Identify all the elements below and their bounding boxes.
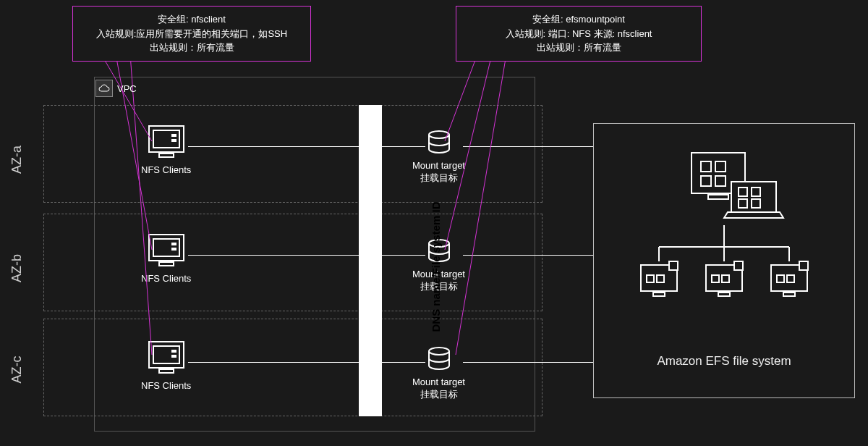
- callout-line: 出站规则：所有流量: [85, 41, 299, 55]
- callout-line: 入站规则:应用所需要开通的相关端口，如SSH: [85, 27, 299, 41]
- computer-icon: [141, 125, 191, 163]
- svg-rect-14: [171, 355, 176, 358]
- mount-target-sublabel: 挂载目标: [412, 172, 465, 185]
- svg-rect-35: [653, 293, 665, 296]
- line-mt-efs-b: [463, 255, 593, 256]
- callout-line: 入站规则: 端口: NFS 来源: nfsclient: [468, 27, 689, 41]
- vpc-label: VPC: [95, 80, 137, 97]
- mount-target-label: Mount target: [412, 376, 465, 389]
- computer-icon: [141, 340, 191, 379]
- svg-rect-36: [647, 275, 654, 282]
- az-label-b: AZ-b: [9, 254, 25, 282]
- vpc-text: VPC: [117, 83, 137, 94]
- callout-line: 出站规则：所有流量: [468, 41, 689, 55]
- svg-rect-8: [171, 243, 176, 245]
- svg-rect-2: [159, 153, 174, 157]
- nfs-client-b: NFS Clients: [141, 233, 191, 284]
- efs-title: Amazon EFS file system: [657, 354, 791, 369]
- svg-rect-37: [657, 275, 664, 282]
- dns-bar: [359, 105, 382, 416]
- callout-line: 安全组: nfsclient: [85, 12, 299, 27]
- line-mt-efs-c: [463, 362, 593, 363]
- svg-rect-21: [715, 161, 726, 172]
- svg-rect-13: [171, 350, 176, 353]
- az-box-a: [43, 105, 542, 203]
- az-label-a: AZ-a: [9, 146, 25, 174]
- svg-rect-20: [701, 161, 711, 172]
- line-mt-efs-a: [463, 146, 593, 147]
- svg-rect-3: [171, 134, 176, 137]
- nfs-client-label: NFS Clients: [141, 273, 191, 284]
- nfs-client-a: NFS Clients: [141, 125, 191, 175]
- svg-rect-38: [669, 261, 678, 270]
- svg-rect-12: [159, 369, 174, 373]
- mount-target-a: Mount target 挂载目标: [412, 129, 465, 185]
- line-client-dns-c: [188, 362, 359, 363]
- dns-label: DNS name/File system ID: [430, 201, 442, 332]
- mount-target-label: Mount target: [412, 160, 465, 172]
- az-box-c: [43, 319, 542, 416]
- svg-rect-4: [171, 139, 176, 142]
- efs-box: Amazon EFS file system: [593, 123, 855, 398]
- nfs-client-label: NFS Clients: [141, 164, 191, 175]
- svg-rect-7: [159, 262, 174, 266]
- svg-rect-40: [718, 293, 730, 296]
- nfs-client-c: NFS Clients: [141, 340, 191, 391]
- callout-line: 安全组: efsmountpoint: [468, 12, 689, 27]
- svg-rect-47: [787, 275, 794, 282]
- cloud-icon: [95, 80, 113, 97]
- nfs-client-label: NFS Clients: [141, 380, 191, 391]
- svg-rect-9: [171, 248, 176, 251]
- mount-target-sublabel: 挂载目标: [412, 389, 465, 401]
- database-icon: [412, 345, 465, 376]
- line-client-dns-b: [188, 255, 359, 256]
- mount-target-c: Mount target 挂载目标: [412, 345, 465, 401]
- svg-rect-48: [799, 261, 808, 270]
- line-client-dns-a: [188, 146, 359, 147]
- svg-rect-22: [701, 176, 711, 186]
- database-icon: [412, 129, 465, 160]
- svg-point-17: [429, 348, 449, 355]
- svg-rect-43: [734, 261, 743, 270]
- az-label-c: AZ-c: [9, 356, 25, 384]
- svg-rect-23: [715, 176, 726, 186]
- svg-rect-46: [777, 275, 784, 282]
- svg-rect-19: [708, 195, 728, 199]
- efs-filesystem-icon: [623, 146, 825, 319]
- svg-rect-45: [783, 293, 795, 296]
- svg-rect-41: [712, 275, 719, 282]
- svg-point-15: [429, 131, 449, 138]
- computer-icon: [141, 233, 191, 272]
- callout-nfsclient: 安全组: nfsclient 入站规则:应用所需要开通的相关端口，如SSH 出站…: [72, 6, 311, 62]
- callout-efsmountpoint: 安全组: efsmountpoint 入站规则: 端口: NFS 来源: nfs…: [456, 6, 702, 62]
- az-box-b: [43, 214, 542, 311]
- svg-rect-42: [722, 275, 729, 282]
